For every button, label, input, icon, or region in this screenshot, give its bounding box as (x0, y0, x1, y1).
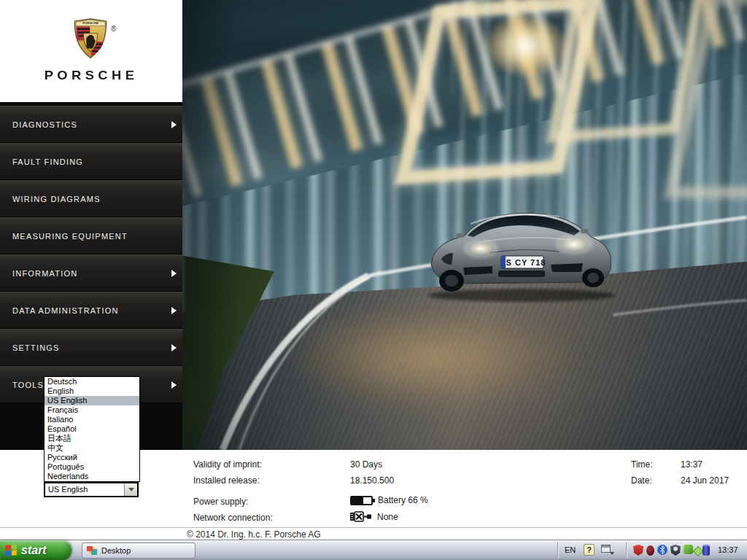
tray-clock: 13:37 (718, 545, 738, 554)
language-option-chinese[interactable]: 中文 (44, 443, 139, 453)
menu-item-label: SETTINGS (12, 343, 60, 352)
language-combobox-value: US English (45, 483, 124, 496)
divider (0, 527, 747, 528)
menu-item-label: MEASURING EQUIPMENT (12, 232, 128, 241)
taskbar-button-desktop[interactable]: Desktop (82, 542, 196, 559)
taskbar-divider (557, 542, 558, 559)
bluetooth-icon[interactable] (657, 545, 667, 555)
menu-item-measuring-equipment[interactable]: MEASURING EQUIPMENT (0, 217, 182, 254)
vignette-art (182, 0, 747, 450)
registered-trademark-icon: ® (111, 25, 116, 33)
language-option-portugues[interactable]: Português (44, 462, 139, 472)
svg-text:PORSCHE: PORSCHE (82, 21, 98, 25)
language-option-english[interactable]: English (44, 386, 139, 396)
network-label: Network connection: (193, 513, 273, 523)
network-disconnected-icon (350, 511, 372, 522)
language-bar-options-icon[interactable] (610, 552, 614, 555)
taskbar-button-label: Desktop (101, 546, 131, 555)
security-shield-icon[interactable] (670, 545, 681, 556)
time-value: 13:37 (681, 459, 703, 470)
release-label: Installed release: (193, 475, 260, 486)
date-value: 24 Jun 2017 (681, 475, 729, 486)
language-option-deutsch[interactable]: Deutsch (44, 377, 139, 386)
porsche-logo-block: PORSCHE ® PORSCHE (0, 0, 182, 102)
menu-item-data-administration[interactable]: DATA ADMINISTRATION (0, 292, 182, 329)
language-option-espanol[interactable]: Español (44, 424, 139, 434)
menu-item-label: DATA ADMINISTRATION (12, 306, 119, 315)
windows-taskbar: start Desktop EN ? 13:37 (0, 540, 747, 560)
desktop-icon (87, 546, 97, 555)
chevron-down-icon (128, 488, 134, 491)
submenu-arrow-icon (171, 121, 177, 128)
language-option-francais[interactable]: Français (44, 405, 139, 415)
menu-item-label: DIAGNOSTICS (12, 120, 77, 129)
menu-item-information[interactable]: INFORMATION (0, 254, 182, 292)
red-oval-tray-icon[interactable] (646, 545, 654, 556)
menu-item-label: WIRING DIAGRAMS (12, 195, 101, 203)
usb-device-icon[interactable] (703, 545, 710, 556)
menu-item-label: TOOLS (12, 381, 44, 389)
start-button-label: start (21, 544, 47, 557)
menu-item-fault-finding[interactable]: FAULT FINDING (0, 143, 182, 180)
submenu-arrow-icon (171, 344, 177, 351)
network-text: None (377, 512, 398, 522)
language-option-us-english[interactable]: US English (44, 396, 139, 405)
menu-item-diagnostics[interactable]: DIAGNOSTICS (0, 106, 182, 143)
help-icon[interactable]: ? (584, 544, 595, 556)
menu-item-settings[interactable]: SETTINGS (0, 329, 182, 366)
power-supply-label: Power supply: (193, 497, 248, 507)
porsche-crest-icon: PORSCHE (73, 18, 108, 60)
green-status-icon[interactable] (693, 546, 703, 556)
network-value: None (350, 511, 398, 522)
porsche-wordmark: PORSCHE (0, 69, 190, 83)
combobox-dropdown-button[interactable] (124, 483, 137, 496)
menu-item-wiring-diagrams[interactable]: WIRING DIAGRAMS (0, 180, 182, 217)
network-green-icon[interactable] (684, 545, 693, 554)
windows-logo-icon (5, 544, 17, 556)
submenu-arrow-icon (171, 270, 177, 277)
language-dropdown-list: Deutsch English US English Français Ital… (44, 376, 140, 482)
date-label: Date: (631, 475, 652, 486)
language-option-russian[interactable]: Русский (44, 453, 139, 462)
validity-value: 30 Days (350, 459, 382, 470)
language-option-italiano[interactable]: Italiano (44, 415, 139, 424)
menu-item-label: INFORMATION (12, 269, 77, 278)
power-supply-value: Battery 66 % (350, 495, 428, 505)
hero-image: S CY 718 (182, 0, 747, 450)
language-combobox[interactable]: US English (44, 482, 139, 497)
time-label: Time: (631, 459, 653, 470)
antivirus-shield-icon[interactable] (633, 545, 643, 556)
release-value: 18.150.500 (350, 475, 394, 486)
language-option-japanese[interactable]: 日本語 (44, 434, 139, 443)
menu-item-label: FAULT FINDING (12, 158, 83, 166)
tray-divider (626, 542, 627, 559)
submenu-arrow-icon (171, 307, 177, 314)
language-option-nederlands[interactable]: Nederlands (44, 472, 139, 481)
battery-icon (350, 496, 373, 505)
piwis-application-window: PORSCHE ® PORSCHE DIAGNOSTICS FAULT FIND… (0, 0, 747, 560)
language-indicator[interactable]: EN (565, 545, 576, 554)
submenu-arrow-icon (171, 381, 177, 389)
copyright-text: © 2014 Dr. Ing. h.c. F. Porsche AG (187, 529, 321, 540)
validity-label: Validity of imprint: (193, 459, 262, 470)
battery-text: Battery 66 % (378, 495, 428, 505)
start-button[interactable]: start (0, 540, 71, 560)
